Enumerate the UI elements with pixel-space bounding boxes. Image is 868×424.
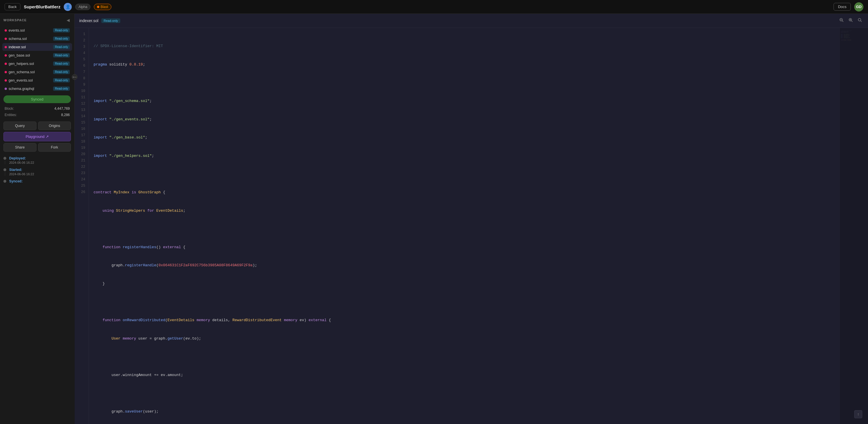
minimap: // SPDX-License-Identifier: MIT pragma s…: [839, 28, 868, 424]
block-label: Block:: [5, 107, 14, 111]
read-only-badge: Read-only: [53, 36, 70, 41]
scroll-to-top-button[interactable]: ↑: [854, 410, 862, 418]
file-dot-icon: [5, 88, 7, 90]
code-line-12: function registerHandles() external {: [94, 244, 835, 251]
code-line-21: graph.saveUser(user);: [94, 408, 835, 415]
line-number: 11: [74, 94, 89, 101]
synced-label: Synced:: [9, 179, 23, 183]
started-timeline-item: Started: 2024-06-06 16:22: [3, 168, 71, 176]
code-line-5: import "./gen_events.sol";: [94, 116, 835, 123]
sidebar-item-gen-events-sol[interactable]: gen_events.sol Read-only: [2, 77, 72, 84]
sidebar-collapse-arrow[interactable]: ⟵: [72, 74, 78, 80]
code-line-7: import "./gen_helpers.sol";: [94, 153, 835, 159]
code-filename: indexer.sol: [79, 19, 98, 23]
code-readonly-badge: Read-only: [101, 19, 120, 23]
playground-button[interactable]: Playground ↗: [3, 132, 71, 141]
project-title: SuperBlurBattlerz: [24, 4, 61, 9]
sidebar-collapse-button[interactable]: ◀: [65, 17, 71, 23]
sidebar-item-gen-schema-sol[interactable]: gen_schema.sol Read-only: [2, 68, 72, 76]
svg-line-1: [842, 21, 843, 22]
zoom-in-button[interactable]: [847, 17, 854, 25]
sidebar-item-schema-sol[interactable]: schema.sol Read-only: [2, 35, 72, 43]
entities-value: 8,286: [61, 113, 70, 117]
file-list: events.sol Read-only schema.sol Read-onl…: [2, 26, 72, 93]
file-name: indexer.sol: [9, 45, 26, 49]
sidebar-item-indexer-sol[interactable]: indexer.sol Read-only: [2, 43, 72, 51]
docs-button[interactable]: Docs: [834, 3, 851, 11]
topbar: Back SuperBlurBattlerz 👤 Alpha Blast Doc…: [0, 0, 868, 14]
code-content[interactable]: // SPDX-License-Identifier: MIT pragma s…: [89, 28, 839, 424]
file-name: schema.graphql: [9, 87, 34, 91]
sidebar-item-gen-base-sol[interactable]: gen_base.sol Read-only: [2, 51, 72, 59]
line-number: 12: [74, 101, 89, 107]
file-name: gen_base.sol: [9, 53, 30, 57]
line-number: 18: [74, 139, 89, 145]
read-only-badge: Read-only: [53, 61, 70, 66]
share-button[interactable]: Share: [3, 143, 36, 152]
sidebar-item-gen-helpers-sol[interactable]: gen_helpers.sol Read-only: [2, 60, 72, 67]
timeline-dot-started: [3, 168, 6, 171]
code-line-9: contract MyIndex is GhostGraph {: [94, 189, 835, 196]
code-line-16: function onRewardDistributed(EventDetail…: [94, 317, 835, 324]
origins-button[interactable]: Origins: [38, 121, 71, 130]
code-line-3: [94, 80, 835, 86]
line-number: 9: [74, 82, 89, 88]
sidebar-item-schema-graphql[interactable]: schema.graphql Read-only: [2, 85, 72, 92]
timeline: Deployed: 2024-06-06 16:22 Started: 2024…: [2, 156, 72, 187]
code-line-4: import "./gen_schema.sol";: [94, 98, 835, 104]
code-line-13: graph.registerHandle(0x064631C1F2aF692C7…: [94, 262, 835, 269]
file-name: events.sol: [9, 28, 25, 32]
code-line-20: [94, 390, 835, 397]
synced-badge: Synced: [3, 95, 71, 103]
file-name: gen_events.sol: [9, 78, 33, 82]
code-line-15: [94, 299, 835, 305]
sidebar-item-events-sol[interactable]: events.sol Read-only: [2, 26, 72, 34]
line-number: 10: [74, 88, 89, 94]
zoom-out-button[interactable]: [838, 17, 845, 25]
line-number: 5: [74, 57, 89, 63]
line-number: 17: [74, 133, 89, 139]
line-number: 24: [74, 177, 89, 183]
line-number: 21: [74, 158, 89, 164]
search-button[interactable]: [857, 17, 863, 25]
user-avatar[interactable]: GD: [854, 2, 863, 11]
line-number: 4: [74, 50, 89, 57]
started-label: Started:: [9, 168, 34, 172]
line-number: 3: [74, 44, 89, 50]
entities-stat-row: Entities: 8,286: [3, 112, 71, 117]
line-number: 2: [74, 38, 89, 44]
line-number: 23: [74, 170, 89, 177]
timeline-line: [5, 172, 5, 176]
back-button[interactable]: Back: [5, 3, 20, 10]
blast-badge: Blast: [94, 4, 112, 10]
file-dot-icon: [5, 29, 7, 32]
file-dot-icon: [5, 79, 7, 82]
read-only-badge: Read-only: [53, 45, 70, 49]
project-avatar-icon: 👤: [64, 3, 72, 11]
line-number: 14: [74, 113, 89, 120]
deployed-timeline-item: Deployed: 2024-06-06 16:22: [3, 156, 71, 164]
timeline-line: [5, 161, 5, 164]
code-line-14: }: [94, 281, 835, 287]
line-number: 20: [74, 151, 89, 158]
line-numbers: 1 2 3 4 5 6 7 8 9 10 11 12 13 14 15 16 1…: [74, 28, 89, 424]
code-line-1: // SPDX-License-Identifier: MIT: [94, 44, 835, 50]
svg-line-8: [861, 21, 862, 22]
code-line-6: import "./gen_base.sol";: [94, 135, 835, 141]
file-name: gen_schema.sol: [9, 70, 35, 74]
code-line-11: [94, 226, 835, 232]
started-date: 2024-06-06 16:22: [9, 172, 34, 176]
svg-point-7: [858, 19, 861, 21]
line-number: 1: [74, 31, 89, 38]
code-editor: 1 2 3 4 5 6 7 8 9 10 11 12 13 14 15 16 1…: [74, 28, 868, 424]
file-dot-icon: [5, 54, 7, 57]
alpha-badge: Alpha: [75, 4, 90, 10]
read-only-badge: Read-only: [53, 86, 70, 91]
block-stat-row: Block: 4,447,769: [3, 106, 71, 111]
query-button[interactable]: Query: [3, 121, 36, 130]
fork-button[interactable]: Fork: [38, 143, 71, 152]
line-number: 16: [74, 126, 89, 133]
line-number: 25: [74, 183, 89, 189]
sidebar: WORKSPACE ◀ events.sol Read-only schema.…: [0, 14, 74, 190]
line-number: 22: [74, 164, 89, 170]
